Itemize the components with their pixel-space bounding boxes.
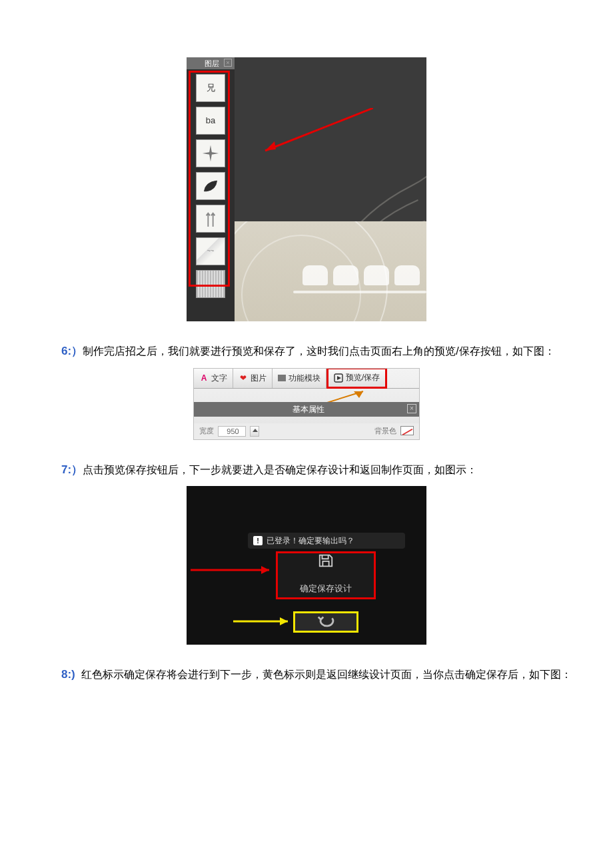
login-banner-text: 已登录！确定要输出吗？ [267, 532, 354, 549]
step-7-text: 点击预览保存按钮后，下一步就要进入是否确定保存设计和返回制作页面，如图示： [83, 464, 477, 475]
tab-module[interactable]: 功能模块 [273, 369, 326, 388]
login-banner: ! 已登录！确定要输出吗？ [248, 533, 405, 549]
return-arrow-icon [316, 615, 336, 629]
tab-image-label: 图片 [251, 369, 267, 387]
annotation-arrow-red [260, 108, 373, 161]
tab-image[interactable]: ❤ 图片 [233, 369, 273, 388]
module-icon [278, 375, 286, 381]
width-label: 宽度 [199, 423, 214, 439]
layers-panel: 图层 × 兄 ba ~~ [187, 57, 235, 321]
tab-preview-label: 预览/保存 [346, 369, 380, 386]
close-icon[interactable]: × [407, 404, 416, 413]
figure-confirm-dialog: ! 已登录！确定要输出吗？ 确定保存设计 [187, 486, 426, 645]
blob-icon [364, 265, 389, 285]
tab-preview-save[interactable]: 预览/保存 [326, 368, 387, 389]
step-8-text: 红色标示确定保存将会进行到下一步，黄色标示则是返回继续设计页面，当你点击确定保存… [81, 669, 572, 680]
blob-icon [303, 265, 328, 285]
layers-panel-title: 图层 × [187, 57, 235, 69]
svg-marker-3 [337, 376, 341, 380]
play-icon [334, 373, 343, 383]
step-7-number: 7:） [61, 463, 83, 476]
figure-toolbar-preview: A 文字 ❤ 图片 功能模块 预览/保存 基本属性 × [193, 368, 420, 440]
svg-marker-1 [265, 141, 276, 151]
blob-icon [333, 265, 358, 285]
spinner-up-icon[interactable] [250, 426, 259, 437]
properties-bar-label: 基本属性 [293, 405, 324, 414]
step-8-number: 8:) [61, 668, 75, 681]
svg-line-0 [265, 108, 373, 151]
heart-icon: ❤ [239, 373, 248, 383]
width-value[interactable]: 950 [218, 426, 246, 437]
save-disk-icon [317, 553, 334, 576]
underline-decor [293, 291, 426, 293]
step-6-text: 制作完店招之后，我们就要进行预览和保存了，这时我们点击页面右上角的预览/保存按钮… [83, 345, 554, 357]
step-6-number: 6:） [61, 345, 83, 357]
layers-highlight-frame [189, 71, 230, 287]
close-icon[interactable]: × [224, 59, 232, 67]
confirm-save-label: 确定保存设计 [300, 579, 352, 599]
annotation-arrow-yellow [233, 616, 293, 627]
svg-marker-5 [354, 391, 363, 398]
step-8-paragraph: 8:) 红色标示确定保存将会进行到下一步，黄色标示则是返回继续设计页面，当你点击… [40, 662, 573, 687]
step-6-paragraph: 6:）制作完店招之后，我们就要进行预览和保存了，这时我们点击页面右上角的预览/保… [40, 339, 573, 363]
step-7-paragraph: 7:）点击预览保存按钮后，下一步就要进入是否确定保存设计和返回制作页面，如图示： [40, 457, 573, 482]
properties-row: 宽度 950 背景色 [194, 423, 419, 439]
blob-row [303, 265, 420, 285]
figure-layers-editor: 图层 × 兄 ba ~~ [187, 57, 426, 321]
svg-marker-9 [280, 617, 288, 625]
tab-text-label: 文字 [211, 369, 227, 387]
confirm-save-button[interactable]: 确定保存设计 [276, 551, 376, 599]
text-icon: A [199, 373, 209, 383]
annotation-arrow-red [191, 563, 275, 577]
blob-icon [394, 265, 420, 285]
tab-text[interactable]: A 文字 [194, 369, 233, 388]
svg-marker-7 [261, 566, 269, 574]
alert-icon: ! [253, 536, 263, 545]
color-swatch[interactable] [400, 426, 414, 435]
canvas-light-area [235, 221, 426, 321]
tab-module-label: 功能模块 [289, 369, 320, 387]
return-button[interactable] [293, 611, 358, 633]
layers-panel-title-text: 图层 [205, 59, 219, 67]
toolbar-tabs: A 文字 ❤ 图片 功能模块 预览/保存 [194, 369, 419, 389]
properties-bar: 基本属性 × [194, 402, 419, 417]
bg-color-label: 背景色 [374, 423, 396, 439]
